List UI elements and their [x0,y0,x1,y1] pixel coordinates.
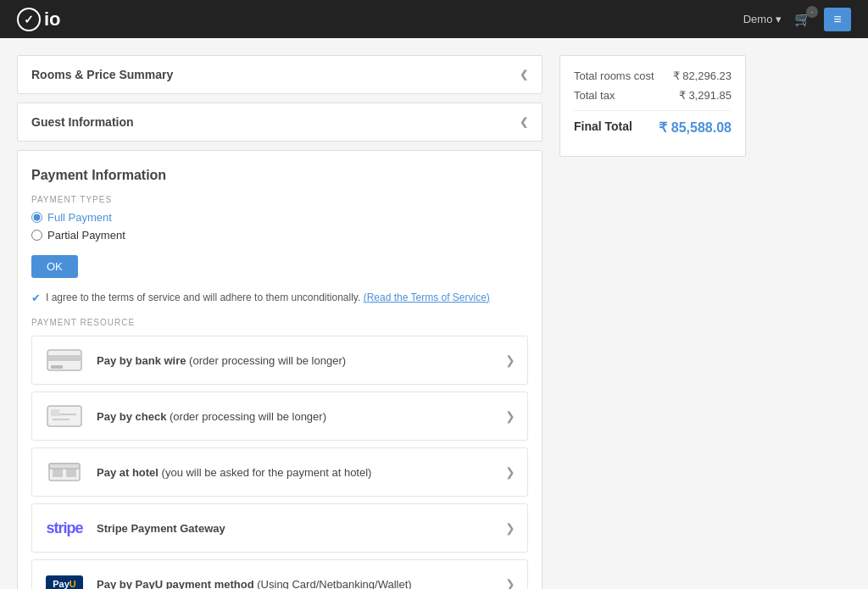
stripe-logo-icon: stripe [44,513,85,543]
guest-accordion-header[interactable]: Guest Information ❮ [18,103,542,141]
rooms-accordion-label: Rooms & Price Summary [31,68,173,81]
full-payment-option[interactable]: Full Payment [31,211,528,224]
menu-icon: ≡ [833,12,841,27]
hotel-chevron-icon: ❯ [505,465,515,479]
hotel-icon [44,457,85,487]
bank-wire-text: Pay by bank wire (order processing will … [97,354,505,367]
total-tax-label: Total tax [574,89,615,102]
header-right: Demo ▾ 🛒 · ≡ [743,8,851,31]
guest-accordion: Guest Information ❮ [17,103,542,142]
cart-icon[interactable]: 🛒 · [794,11,811,27]
check-icon [44,401,85,431]
check-chevron-icon: ❯ [505,409,515,423]
hotel-text: Pay at hotel (you will be asked for the … [97,466,505,479]
rooms-accordion-header[interactable]: Rooms & Price Summary ❮ [18,56,542,93]
svg-rect-1 [47,355,81,361]
demo-arrow-icon: ▾ [776,13,782,25]
payment-section: Payment Information PAYMENT TYPES Full P… [17,150,542,589]
total-rooms-value: ₹ 82,296.23 [673,69,732,82]
partial-payment-radio[interactable] [31,230,42,241]
payment-method-stripe[interactable]: stripe Stripe Payment Gateway ❯ [31,503,528,553]
guest-chevron-icon: ❮ [520,116,528,128]
partial-payment-option[interactable]: Partial Payment [31,229,528,242]
guest-accordion-label: Guest Information [31,115,134,129]
demo-label: Demo [743,13,773,25]
final-total-value: ₹ 85,588.08 [659,119,732,136]
total-tax-row: Total tax ₹ 3,291.85 [574,89,732,102]
demo-menu[interactable]: Demo ▾ [743,13,782,25]
logo-check-icon [17,8,41,31]
right-column: Total rooms cost ₹ 82,296.23 Total tax ₹… [559,55,746,589]
terms-link[interactable]: (Read the Terms of Service) [364,292,490,303]
terms-text: I agree to the terms of service and will… [46,292,490,303]
total-rooms-row: Total rooms cost ₹ 82,296.23 [574,69,732,82]
svg-rect-6 [51,409,59,416]
payu-logo-icon: PayU [44,569,85,589]
header: io Demo ▾ 🛒 · ≡ [0,0,868,38]
stripe-text: Stripe Payment Gateway [97,522,505,535]
total-rooms-label: Total rooms cost [574,69,654,82]
full-payment-radio[interactable] [31,212,42,223]
checkmark-icon: ✔ [31,292,41,304]
final-total-row: Final Total ₹ 85,588.08 [574,110,732,136]
cart-badge: · [806,6,818,18]
stripe-chevron-icon: ❯ [505,521,515,535]
svg-rect-2 [51,365,63,369]
rooms-accordion: Rooms & Price Summary ❮ [17,55,542,94]
rooms-chevron-icon: ❮ [520,69,528,81]
logo-text: io [44,8,61,31]
payment-method-hotel[interactable]: Pay at hotel (you will be asked for the … [31,447,528,497]
left-column: Rooms & Price Summary ❮ Guest Informatio… [17,55,542,589]
payment-resource-label: PAYMENT RESOURCE [31,318,528,327]
svg-rect-8 [53,469,63,477]
menu-button[interactable]: ≡ [824,8,851,31]
terms-line: ✔ I agree to the terms of service and wi… [31,292,528,304]
bank-wire-icon [44,345,85,375]
partial-payment-label: Partial Payment [47,229,125,242]
total-tax-value: ₹ 3,291.85 [679,89,732,102]
payment-section-title: Payment Information [31,168,528,183]
payment-methods-list: Pay by bank wire (order processing will … [31,336,528,589]
payment-method-bank-wire[interactable]: Pay by bank wire (order processing will … [31,336,528,385]
payment-method-check[interactable]: Pay by check (order processing will be l… [31,392,528,441]
payu-chevron-icon: ❯ [505,577,515,589]
svg-rect-10 [49,464,80,469]
full-payment-label: Full Payment [47,211,112,224]
svg-rect-9 [66,469,76,477]
final-total-label: Final Total [574,119,632,136]
check-text: Pay by check (order processing will be l… [97,410,505,423]
main-content: Rooms & Price Summary ❮ Guest Informatio… [0,38,868,589]
price-summary-box: Total rooms cost ₹ 82,296.23 Total tax ₹… [559,55,746,157]
bank-wire-chevron-icon: ❯ [505,353,515,367]
ok-button[interactable]: OK [31,255,78,278]
payu-text: Pay by PayU payment method (Using Card/N… [97,578,505,590]
logo: io [17,8,61,31]
payment-method-payu[interactable]: PayU Pay by PayU payment method (Using C… [31,559,528,589]
payment-types-label: PAYMENT TYPES [31,195,528,204]
